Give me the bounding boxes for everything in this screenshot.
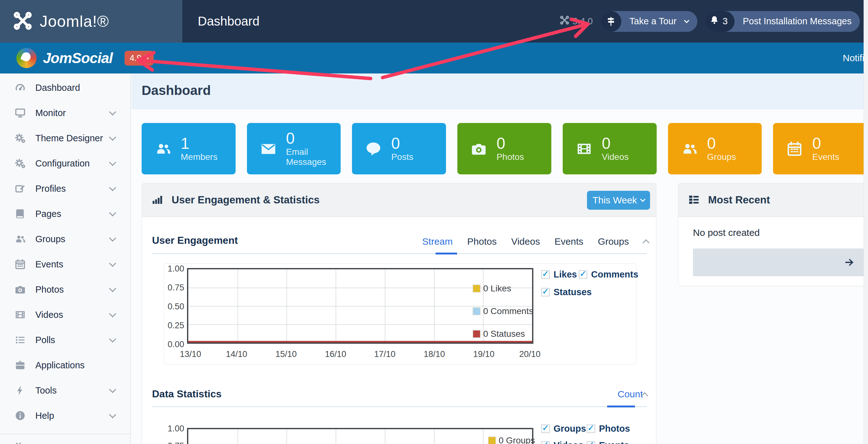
filter-photos[interactable]: Photos (587, 423, 630, 434)
filter-videos[interactable]: Videos (541, 440, 584, 444)
filter-statuses[interactable]: Statuses (541, 287, 592, 297)
sidebar-label: Monitor (35, 108, 66, 118)
sidebar-item-applications[interactable]: Applications (0, 353, 130, 378)
page-scrollbar[interactable] (864, 0, 868, 444)
count-link[interactable]: Count (618, 389, 643, 400)
user-engagement-chart: 0 Likes 0 Comments 0 Statuses 1.00 0.75 … (164, 263, 637, 364)
filter-groups[interactable]: Groups (541, 423, 586, 434)
stat-card-posts[interactable]: 0 Posts (352, 123, 446, 175)
sidebar-item-dashboard[interactable]: Dashboard (0, 75, 130, 100)
take-a-tour-button[interactable]: Take a Tour (600, 11, 698, 32)
sidebar-item-monitor[interactable]: Monitor (0, 100, 130, 126)
chevron-down-icon (109, 134, 116, 141)
chevron-down-icon (109, 285, 116, 292)
active-link-underline (607, 406, 635, 407)
jomsocial-brand-group[interactable]: JomSocial 4.9.5 (17, 42, 154, 73)
joomla-logo-icon (12, 11, 33, 32)
monitor-icon (14, 106, 27, 119)
stat-card-photos[interactable]: 0 Photos (457, 123, 551, 175)
post-installation-messages-label: Post Installation Messages (735, 16, 860, 27)
sidebar-item-events[interactable]: Events (0, 252, 130, 277)
sidebar-item-photos[interactable]: Photos (0, 277, 130, 302)
tab-events[interactable]: Events (555, 236, 584, 247)
stat-label: Events (812, 152, 839, 162)
chevron-down-icon (109, 260, 116, 267)
legend-comments: 0 Comments (472, 306, 533, 316)
collapse-section-icon[interactable] (643, 239, 650, 247)
joomla-version: 5.4.0 (560, 15, 593, 27)
stat-card-email-messages[interactable]: 0 Email Messages (247, 123, 341, 175)
filter-events[interactable]: Events (587, 440, 629, 444)
bolt-icon (14, 384, 27, 397)
chart-plot-area: 0 Likes 0 Comments 0 Statuses (187, 268, 533, 344)
section-rule (152, 253, 647, 254)
film-icon (14, 308, 27, 321)
stat-value: 0 (602, 135, 629, 152)
sidebar-item-profiles[interactable]: Profiles (0, 176, 130, 201)
tab-photos[interactable]: Photos (467, 236, 496, 247)
jomsocial-bar: JomSocial 4.9.5 Notifications (0, 42, 868, 73)
book-icon (14, 208, 27, 220)
sidebar-item-videos[interactable]: Videos (0, 302, 130, 327)
stat-label: Groups (707, 152, 736, 162)
page-title: Dashboard (142, 83, 211, 98)
x-tick: 16/10 (325, 349, 346, 359)
x-tick: 13/10 (180, 349, 201, 359)
tab-groups[interactable]: Groups (598, 236, 629, 247)
user-engagement-heading: User Engagement (152, 234, 238, 246)
chevron-down-icon (109, 108, 116, 116)
stat-card-events[interactable]: 0 Events (773, 123, 867, 175)
bar-chart-icon (151, 194, 164, 206)
sidebar-item-pages[interactable]: Pages (0, 201, 130, 226)
y-tick: 1.00 (164, 424, 184, 434)
post-installation-messages-button[interactable]: 3 Post Installation Messages (705, 11, 860, 32)
sidebar-item-theme-designer[interactable]: Theme Designer (0, 126, 130, 151)
stat-value: 0 (391, 135, 413, 152)
filter-likes[interactable]: Likes (541, 269, 577, 280)
active-tab-underline (436, 253, 457, 254)
sidebar-label: Videos (35, 310, 63, 320)
view-all-bar[interactable] (693, 249, 868, 276)
joomla-logo-area[interactable]: Joomla!® (0, 0, 182, 42)
info-icon (14, 409, 27, 422)
stat-card-videos[interactable]: 0 Videos (563, 123, 657, 175)
sidebar-label: Configuration (35, 158, 90, 169)
checkbox-checked-icon (587, 441, 595, 444)
joomla-version-icon (560, 15, 569, 27)
x-tick: 15/10 (275, 349, 297, 359)
chart-plot-area: 0 Groups (187, 428, 533, 444)
date-range-dropdown[interactable]: This Week (587, 191, 650, 210)
chevron-down-icon (109, 234, 116, 242)
tab-stream[interactable]: Stream (422, 236, 453, 247)
sidebar-item-help[interactable]: Help (0, 403, 130, 428)
stat-card-groups[interactable]: 0 Groups (668, 123, 762, 175)
users-icon (14, 233, 27, 245)
y-tick: 0.50 (164, 302, 184, 312)
sidebar-item-polls[interactable]: Polls (0, 327, 130, 353)
sidebar-item-tools[interactable]: Tools (0, 378, 130, 403)
sidebar-item-groups[interactable]: Groups (0, 226, 130, 252)
sidebar-item-configuration[interactable]: Configuration (0, 151, 130, 176)
bell-icon (709, 15, 719, 27)
arrow-right-icon (844, 257, 855, 268)
sidebar-label: Photos (35, 284, 64, 295)
stat-value: 0 (496, 135, 524, 152)
sidebar-divider (0, 434, 130, 434)
sidebar-label: Dashboard (35, 83, 80, 93)
list-icon (14, 334, 27, 346)
checkbox-checked-icon (541, 288, 550, 296)
filter-comments[interactable]: Comments (579, 269, 639, 280)
tab-videos[interactable]: Videos (511, 236, 540, 247)
chevron-down-icon (640, 197, 645, 202)
y-tick: 0.00 (164, 340, 184, 349)
edit-icon (14, 182, 27, 195)
jomsocial-brand-text: JomSocial (43, 50, 113, 67)
chevron-down-icon (684, 18, 689, 23)
checkbox-checked-icon (541, 270, 550, 279)
collapse-sidebar-icon[interactable]: « (14, 437, 22, 444)
panel-title: Most Recent (708, 194, 770, 206)
chevron-down-icon (109, 336, 116, 343)
sidebar-label: Events (35, 259, 63, 269)
empty-state-text: No post created (693, 227, 760, 238)
stat-card-members[interactable]: 1 Members (142, 123, 236, 175)
